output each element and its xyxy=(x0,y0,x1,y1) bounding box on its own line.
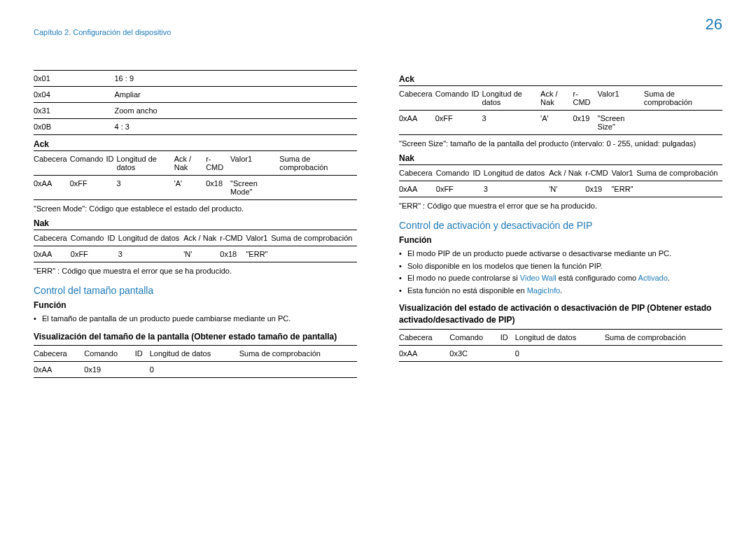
col-header: Suma de comprobación xyxy=(605,329,722,345)
nak-table: Cabecera Comando ID Longitud de datos Ac… xyxy=(34,230,357,262)
list-item: Esta función no está disponible en Magic… xyxy=(399,285,722,297)
col-header: Comando xyxy=(70,151,106,176)
col-header: Ack / Nak xyxy=(183,230,220,246)
cell: 'A' xyxy=(174,176,206,200)
cell xyxy=(636,181,722,197)
ack-heading: Ack xyxy=(399,74,722,84)
cell: 3 xyxy=(484,181,549,197)
text: Esta función no está disponible en xyxy=(407,286,527,295)
funcion-list: El tamaño de pantalla de un producto pue… xyxy=(34,313,357,325)
cell: 'N' xyxy=(549,181,585,197)
cell: 0x18 xyxy=(206,176,230,200)
cell xyxy=(135,362,150,378)
cell: "Screen Size" xyxy=(598,111,644,135)
cell: 0xFF xyxy=(435,111,472,135)
col-header: Suma de comprobación xyxy=(644,86,722,111)
cell: 0 xyxy=(150,362,239,378)
cell: "Screen Mode" xyxy=(230,176,279,200)
col-header: Valor1 xyxy=(246,230,271,246)
cell xyxy=(239,362,357,378)
col-header: ID xyxy=(135,346,150,362)
col-header: Cabecera xyxy=(34,230,71,246)
cell: 0x01 xyxy=(34,71,115,87)
cell: 0x31 xyxy=(34,103,115,119)
cell: 0x04 xyxy=(34,87,115,103)
list-item: Solo disponible en los modelos que tiene… xyxy=(399,260,722,273)
col-header: Suma de comprobación xyxy=(239,346,357,362)
col-header: Longitud de datos xyxy=(515,329,605,345)
text: está configurado como xyxy=(556,274,638,282)
col-header: Cabecera xyxy=(399,165,436,181)
col-header: ID xyxy=(471,86,482,111)
viz-heading: Visualización del estado de activación o… xyxy=(399,302,722,326)
cell: Ampliar xyxy=(115,87,358,103)
cell: 0xFF xyxy=(436,181,473,197)
ack-table: Cabecera Comando ID Longitud de datos Ac… xyxy=(34,150,357,200)
col-header: Longitud de datos xyxy=(118,230,183,246)
cell xyxy=(271,246,357,262)
nak-note: "ERR" : Código que muestra el error que … xyxy=(34,267,357,275)
col-header: Comando xyxy=(435,86,472,111)
col-header: Suma de comprobación xyxy=(636,165,722,181)
cell: 4 : 3 xyxy=(115,119,358,135)
col-header: Cabecera xyxy=(34,151,70,176)
ack-note: "Screen Size": tamaño de la pantalla del… xyxy=(399,139,722,148)
screen-mode-codes-table: 0x0116 : 9 0x04Ampliar 0x31Zoom ancho 0x… xyxy=(34,70,357,135)
section-pip-control: Control de activación y desactivación de… xyxy=(399,220,722,231)
cell: 0xAA xyxy=(399,345,449,361)
cell: 0x19 xyxy=(84,362,134,378)
cell: 0x19 xyxy=(585,181,611,197)
col-header: r-CMD xyxy=(585,165,611,181)
list-item: El modo no puede controlarse si Video Wa… xyxy=(399,272,722,285)
cell: 16 : 9 xyxy=(115,71,358,87)
cell xyxy=(471,111,482,135)
cell: 0x18 xyxy=(220,246,246,262)
content-columns: 0x0116 : 9 0x04Ampliar 0x31Zoom ancho 0x… xyxy=(34,70,722,382)
section-screen-size-control: Control del tamaño pantalla xyxy=(34,285,357,296)
viz-table: Cabecera Comando ID Longitud de datos Su… xyxy=(399,329,722,362)
col-header: Longitud de datos xyxy=(116,151,174,176)
viz-table: Cabecera Comando ID Longitud de datos Su… xyxy=(34,345,357,378)
col-header: r-CMD xyxy=(220,230,246,246)
cell: "ERR" xyxy=(246,246,271,262)
funcion-heading: Función xyxy=(34,300,357,310)
chapter-header: Capítulo 2. Configuración del dispositiv… xyxy=(34,28,171,36)
cell: 0x0B xyxy=(34,119,115,135)
cell: 0xAA xyxy=(34,362,84,378)
col-header: Comando xyxy=(71,230,108,246)
col-header: Suma de comprobación xyxy=(271,230,357,246)
col-header: Ack / Nak xyxy=(540,86,573,111)
text: El modo no puede controlarse si xyxy=(407,274,520,282)
col-header: ID xyxy=(473,165,484,181)
cell: 0 xyxy=(515,345,605,361)
nak-heading: Nak xyxy=(34,218,357,228)
list-item: El tamaño de pantalla de un producto pue… xyxy=(34,313,357,325)
col-header: Ack / Nak xyxy=(174,151,206,176)
col-header: ID xyxy=(106,151,116,176)
left-column: 0x0116 : 9 0x04Ampliar 0x31Zoom ancho 0x… xyxy=(34,70,357,382)
cell: 0xAA xyxy=(399,181,436,197)
term-video-wall: Video Wall xyxy=(520,274,556,282)
col-header: Cabecera xyxy=(399,86,435,111)
nak-heading: Nak xyxy=(399,153,722,163)
cell xyxy=(279,176,357,200)
cell: 'A' xyxy=(540,111,573,135)
cell: 3 xyxy=(116,176,174,200)
term-activado: Activado xyxy=(638,274,668,282)
cell: 'N' xyxy=(183,246,220,262)
col-header: Longitud de datos xyxy=(150,346,239,362)
col-header: Suma de comprobación xyxy=(279,151,357,176)
cell: 3 xyxy=(118,246,183,262)
cell xyxy=(108,246,118,262)
col-header: Longitud de datos xyxy=(482,86,540,111)
col-header: Ack / Nak xyxy=(549,165,585,181)
col-header: Valor1 xyxy=(598,86,644,111)
term-magicinfo: MagicInfo xyxy=(527,286,561,295)
cell: 0xAA xyxy=(34,176,70,200)
page-number: 26 xyxy=(706,15,722,34)
cell: 0xFF xyxy=(71,246,108,262)
cell xyxy=(500,345,515,361)
col-header: r-CMD xyxy=(573,86,597,111)
viz-heading: Visualización del tamaño de la pantalla … xyxy=(34,331,357,343)
nak-note: "ERR" : Código que muestra el error que … xyxy=(399,202,722,210)
